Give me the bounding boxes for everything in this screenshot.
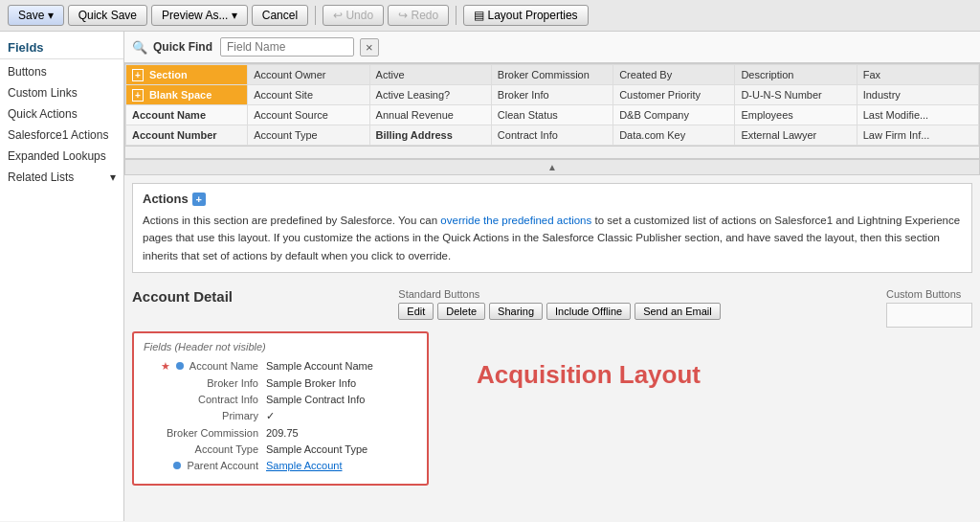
table-scroll[interactable]: + Section Account Owner Active Broker Co… (125, 64, 979, 146)
custom-buttons-box (886, 303, 972, 328)
table-cell[interactable]: Customer Priority (613, 85, 735, 105)
table-cell[interactable]: Employees (735, 105, 857, 125)
quick-save-button[interactable]: Quick Save (68, 5, 147, 26)
acquisition-layout-label: Acquisition Layout (477, 360, 701, 390)
sidebar-title: Fields (0, 36, 123, 59)
table-cell[interactable]: Annual Revenue (369, 105, 491, 125)
table-cell[interactable]: D-U-N-S Number (735, 85, 857, 105)
field-value-primary: ✓ (266, 410, 275, 422)
table-cell[interactable]: Account Name (126, 105, 248, 125)
table-cell[interactable]: Account Site (248, 85, 369, 105)
field-value-broker-commission: 209.75 (266, 427, 299, 439)
toolbar-divider-2 (456, 6, 457, 25)
sidebar-item-buttons[interactable]: Buttons (0, 61, 123, 82)
blue-dot-parent-account (173, 462, 181, 469)
field-row-account-type: Account Type Sample Account Type (144, 443, 417, 455)
field-label-broker-commission: Broker Commission (144, 427, 258, 439)
table-cell[interactable]: Fax (857, 65, 978, 85)
detail-row: Fields (Header not visible) ★ Account Na… (132, 331, 972, 486)
sidebar-item-custom-links[interactable]: Custom Links (0, 82, 123, 103)
sidebar-item-expanded-lookups[interactable]: Expanded Lookups (0, 146, 123, 167)
sidebar: Fields Buttons Custom Links Quick Action… (0, 32, 124, 521)
table-row: Account Name Account Source Annual Reven… (126, 105, 979, 125)
delete-button[interactable]: Delete (437, 303, 485, 320)
quickfind-label: Quick Find (153, 40, 212, 54)
actions-text: Actions in this section are predefined b… (143, 212, 962, 264)
right-content: 🔍 Quick Find × + Section Account Owner (124, 32, 980, 521)
table-cell[interactable]: Industry (857, 85, 978, 105)
table-cell[interactable]: Account Source (248, 105, 369, 125)
actions-plus-button[interactable]: + (192, 193, 206, 206)
sidebar-item-related-lists[interactable]: Related Lists ▾ (0, 167, 123, 188)
preview-button[interactable]: Preview As... ▾ (151, 5, 248, 26)
main-layout: Fields Buttons Custom Links Quick Action… (0, 32, 980, 521)
layout-properties-button[interactable]: ▤ Layout Properties (463, 5, 588, 26)
quickfind-bar: 🔍 Quick Find × (124, 32, 980, 63)
field-label-primary: Primary (144, 410, 258, 421)
table-cell[interactable]: Data.com Key (613, 125, 735, 146)
actions-title: Actions + (143, 192, 962, 206)
sidebar-item-salesforce1-actions[interactable]: Salesforce1 Actions (0, 125, 123, 146)
override-link[interactable]: override the predefined actions (440, 215, 591, 226)
field-label-broker-info: Broker Info (144, 377, 258, 389)
table-cell[interactable]: Contract Info (491, 125, 612, 146)
sidebar-item-quick-actions[interactable]: Quick Actions (0, 103, 123, 125)
standard-buttons-block: Standard Buttons Edit Delete Sharing Inc… (398, 288, 720, 320)
fields-table-container: + Section Account Owner Active Broker Co… (124, 63, 980, 175)
include-offline-button[interactable]: Include Offline (546, 303, 631, 320)
custom-buttons-block: Custom Buttons (886, 288, 972, 328)
cell-blank-space[interactable]: + Blank Space (126, 85, 248, 105)
table-row: + Blank Space Account Site Active Leasin… (126, 85, 979, 105)
field-value-contract-info: Sample Contract Info (266, 394, 365, 405)
account-detail-title: Account Detail (132, 288, 233, 305)
table-cell[interactable]: Clean Status (491, 105, 612, 125)
scroll-down-arrow[interactable]: ▲ (125, 159, 979, 174)
chevron-down-icon: ▾ (110, 170, 116, 184)
cancel-button[interactable]: Cancel (252, 5, 308, 26)
field-row-contract-info: Contract Info Sample Contract Info (144, 394, 417, 405)
search-icon: 🔍 (132, 40, 147, 55)
table-cell[interactable]: D&B Company (613, 105, 735, 125)
toolbar-divider (315, 6, 316, 25)
quickfind-input[interactable] (220, 37, 354, 57)
account-detail-header: Account Detail Standard Buttons Edit Del… (132, 288, 972, 328)
blue-dot-account-name (176, 362, 184, 370)
table-cell[interactable]: Law Firm Inf... (857, 125, 978, 146)
field-row-primary: Primary ✓ (144, 410, 417, 422)
quickfind-clear-button[interactable]: × (360, 38, 379, 57)
undo-button[interactable]: ↩ Undo (323, 5, 384, 26)
table-cell[interactable]: Account Number (126, 125, 248, 146)
table-cell[interactable]: Active Leasing? (369, 85, 491, 105)
table-cell[interactable]: Description (735, 65, 857, 85)
field-value-account-type: Sample Account Type (266, 443, 368, 455)
save-button[interactable]: Save ▾ (8, 5, 64, 26)
table-cell[interactable]: Broker Info (491, 85, 612, 105)
field-label-account-type: Account Type (144, 443, 258, 455)
table-cell[interactable]: Last Modifie... (857, 105, 978, 125)
field-label-parent-account: Parent Account (144, 460, 258, 471)
table-cell[interactable]: Broker Commission (491, 65, 612, 85)
field-row-parent-account: Parent Account Sample Account (144, 460, 417, 471)
field-label-account-name: ★ Account Name (144, 360, 258, 373)
edit-button[interactable]: Edit (398, 303, 434, 320)
sharing-button[interactable]: Sharing (489, 303, 543, 320)
cell-section[interactable]: + Section (126, 65, 248, 85)
field-row-broker-commission: Broker Commission 209.75 (144, 427, 417, 439)
horizontal-scrollbar[interactable] (125, 146, 979, 159)
redo-button[interactable]: ↪ Redo (388, 5, 449, 26)
table-cell[interactable]: External Lawyer (735, 125, 857, 146)
standard-buttons-label: Standard Buttons (398, 288, 479, 300)
field-value-parent-account[interactable]: Sample Account (266, 460, 343, 471)
table-cell[interactable]: Active (369, 65, 491, 85)
required-star: ★ (161, 360, 170, 372)
field-value-broker-info: Sample Broker Info (266, 377, 356, 389)
table-cell[interactable]: Account Type (248, 125, 369, 146)
fields-card-header: Fields (Header not visible) (144, 341, 417, 352)
table-cell[interactable]: Created By (613, 65, 735, 85)
fields-table: + Section Account Owner Active Broker Co… (125, 64, 979, 146)
fields-card: Fields (Header not visible) ★ Account Na… (132, 331, 429, 486)
field-value-account-name: Sample Account Name (266, 360, 373, 372)
table-cell[interactable]: Billing Address (369, 125, 491, 146)
table-cell[interactable]: Account Owner (248, 65, 369, 85)
send-email-button[interactable]: Send an Email (635, 303, 721, 320)
